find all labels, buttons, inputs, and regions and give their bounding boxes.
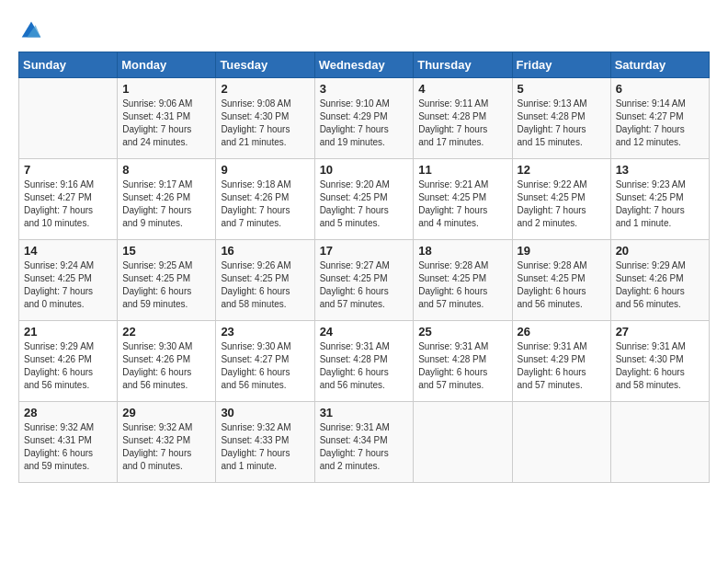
calendar-cell: 5Sunrise: 9:13 AM Sunset: 4:28 PM Daylig… — [512, 78, 610, 159]
day-number: 17 — [320, 244, 409, 258]
calendar-cell: 13Sunrise: 9:23 AM Sunset: 4:25 PM Dayli… — [610, 159, 709, 240]
day-info: Sunrise: 9:22 AM Sunset: 4:25 PM Dayligh… — [518, 178, 606, 230]
day-number: 16 — [221, 244, 309, 258]
day-info: Sunrise: 9:29 AM Sunset: 4:26 PM Dayligh… — [616, 259, 704, 311]
day-number: 22 — [122, 325, 210, 339]
calendar-cell: 18Sunrise: 9:28 AM Sunset: 4:25 PM Dayli… — [414, 240, 512, 321]
calendar-cell — [414, 402, 512, 483]
logo — [18, 17, 46, 42]
calendar-cell: 17Sunrise: 9:27 AM Sunset: 4:25 PM Dayli… — [314, 240, 414, 321]
day-number: 24 — [320, 325, 409, 339]
day-info: Sunrise: 9:13 AM Sunset: 4:28 PM Dayligh… — [518, 98, 606, 149]
calendar-cell: 28Sunrise: 9:32 AM Sunset: 4:31 PM Dayli… — [19, 402, 118, 483]
day-info: Sunrise: 9:20 AM Sunset: 4:25 PM Dayligh… — [320, 178, 409, 230]
weekday-monday: Monday — [118, 52, 216, 78]
calendar-cell: 22Sunrise: 9:30 AM Sunset: 4:26 PM Dayli… — [118, 321, 216, 402]
day-info: Sunrise: 9:14 AM Sunset: 4:27 PM Dayligh… — [616, 98, 704, 149]
calendar-cell: 8Sunrise: 9:17 AM Sunset: 4:26 PM Daylig… — [118, 159, 216, 240]
day-info: Sunrise: 9:24 AM Sunset: 4:25 PM Dayligh… — [24, 259, 112, 311]
day-number: 14 — [24, 244, 112, 258]
day-number: 19 — [518, 244, 606, 258]
day-number: 25 — [418, 325, 506, 339]
calendar-cell — [19, 78, 118, 159]
logo-icon — [18, 17, 44, 42]
weekday-friday: Friday — [512, 52, 610, 78]
day-info: Sunrise: 9:31 AM Sunset: 4:28 PM Dayligh… — [320, 340, 409, 392]
day-info: Sunrise: 9:11 AM Sunset: 4:28 PM Dayligh… — [418, 98, 506, 149]
day-info: Sunrise: 9:30 AM Sunset: 4:26 PM Dayligh… — [122, 340, 210, 392]
calendar-cell: 19Sunrise: 9:28 AM Sunset: 4:25 PM Dayli… — [512, 240, 610, 321]
day-number: 5 — [518, 82, 606, 96]
day-info: Sunrise: 9:28 AM Sunset: 4:25 PM Dayligh… — [418, 259, 506, 311]
calendar-cell: 6Sunrise: 9:14 AM Sunset: 4:27 PM Daylig… — [610, 78, 709, 159]
page: SundayMondayTuesdayWednesdayThursdayFrid… — [0, 0, 728, 563]
day-info: Sunrise: 9:06 AM Sunset: 4:31 PM Dayligh… — [122, 98, 210, 149]
calendar-cell — [512, 402, 610, 483]
week-row-2: 14Sunrise: 9:24 AM Sunset: 4:25 PM Dayli… — [19, 240, 710, 321]
calendar-cell: 15Sunrise: 9:25 AM Sunset: 4:25 PM Dayli… — [118, 240, 216, 321]
day-info: Sunrise: 9:26 AM Sunset: 4:25 PM Dayligh… — [221, 259, 309, 311]
calendar-cell: 11Sunrise: 9:21 AM Sunset: 4:25 PM Dayli… — [414, 159, 512, 240]
calendar-cell: 24Sunrise: 9:31 AM Sunset: 4:28 PM Dayli… — [314, 321, 414, 402]
day-number: 9 — [221, 163, 309, 177]
day-info: Sunrise: 9:31 AM Sunset: 4:34 PM Dayligh… — [320, 421, 409, 473]
calendar-cell: 16Sunrise: 9:26 AM Sunset: 4:25 PM Dayli… — [216, 240, 314, 321]
day-info: Sunrise: 9:27 AM Sunset: 4:25 PM Dayligh… — [320, 259, 409, 311]
calendar-table: SundayMondayTuesdayWednesdayThursdayFrid… — [18, 52, 710, 483]
day-number: 8 — [122, 163, 210, 177]
day-number: 1 — [122, 82, 210, 96]
day-info: Sunrise: 9:25 AM Sunset: 4:25 PM Dayligh… — [122, 259, 210, 311]
day-info: Sunrise: 9:17 AM Sunset: 4:26 PM Dayligh… — [122, 178, 210, 230]
day-info: Sunrise: 9:31 AM Sunset: 4:28 PM Dayligh… — [418, 340, 506, 392]
day-info: Sunrise: 9:30 AM Sunset: 4:27 PM Dayligh… — [221, 340, 309, 392]
day-number: 2 — [221, 82, 309, 96]
day-number: 12 — [518, 163, 606, 177]
day-info: Sunrise: 9:31 AM Sunset: 4:30 PM Dayligh… — [616, 340, 704, 392]
calendar-cell: 25Sunrise: 9:31 AM Sunset: 4:28 PM Dayli… — [414, 321, 512, 402]
day-number: 26 — [518, 325, 606, 339]
calendar-cell: 26Sunrise: 9:31 AM Sunset: 4:29 PM Dayli… — [512, 321, 610, 402]
calendar-cell: 31Sunrise: 9:31 AM Sunset: 4:34 PM Dayli… — [314, 402, 414, 483]
calendar-cell: 1Sunrise: 9:06 AM Sunset: 4:31 PM Daylig… — [118, 78, 216, 159]
week-row-4: 28Sunrise: 9:32 AM Sunset: 4:31 PM Dayli… — [19, 402, 710, 483]
calendar-cell: 7Sunrise: 9:16 AM Sunset: 4:27 PM Daylig… — [19, 159, 118, 240]
day-info: Sunrise: 9:23 AM Sunset: 4:25 PM Dayligh… — [616, 178, 704, 230]
day-number: 29 — [122, 406, 210, 419]
day-number: 4 — [418, 82, 506, 96]
weekday-sunday: Sunday — [19, 52, 118, 78]
day-info: Sunrise: 9:16 AM Sunset: 4:27 PM Dayligh… — [24, 178, 112, 230]
calendar-cell: 29Sunrise: 9:32 AM Sunset: 4:32 PM Dayli… — [118, 402, 216, 483]
calendar-cell: 4Sunrise: 9:11 AM Sunset: 4:28 PM Daylig… — [414, 78, 512, 159]
weekday-saturday: Saturday — [610, 52, 709, 78]
day-number: 31 — [320, 406, 409, 419]
weekday-header-row: SundayMondayTuesdayWednesdayThursdayFrid… — [19, 52, 710, 78]
day-info: Sunrise: 9:08 AM Sunset: 4:30 PM Dayligh… — [221, 98, 309, 149]
day-info: Sunrise: 9:21 AM Sunset: 4:25 PM Dayligh… — [418, 178, 506, 230]
day-number: 3 — [320, 82, 409, 96]
day-number: 30 — [221, 406, 309, 419]
calendar-cell: 2Sunrise: 9:08 AM Sunset: 4:30 PM Daylig… — [216, 78, 314, 159]
day-info: Sunrise: 9:10 AM Sunset: 4:29 PM Dayligh… — [320, 98, 409, 149]
day-number: 15 — [122, 244, 210, 258]
day-info: Sunrise: 9:18 AM Sunset: 4:26 PM Dayligh… — [221, 178, 309, 230]
day-number: 21 — [24, 325, 112, 339]
header — [18, 17, 710, 42]
day-info: Sunrise: 9:31 AM Sunset: 4:29 PM Dayligh… — [518, 340, 606, 392]
calendar-cell: 20Sunrise: 9:29 AM Sunset: 4:26 PM Dayli… — [610, 240, 709, 321]
day-info: Sunrise: 9:32 AM Sunset: 4:31 PM Dayligh… — [24, 421, 112, 473]
day-number: 28 — [24, 406, 112, 419]
day-number: 18 — [418, 244, 506, 258]
week-row-0: 1Sunrise: 9:06 AM Sunset: 4:31 PM Daylig… — [19, 78, 710, 159]
calendar-cell: 12Sunrise: 9:22 AM Sunset: 4:25 PM Dayli… — [512, 159, 610, 240]
day-number: 11 — [418, 163, 506, 177]
weekday-wednesday: Wednesday — [314, 52, 414, 78]
day-number: 7 — [24, 163, 112, 177]
calendar-cell: 3Sunrise: 9:10 AM Sunset: 4:29 PM Daylig… — [314, 78, 414, 159]
calendar-cell — [610, 402, 709, 483]
day-number: 23 — [221, 325, 309, 339]
calendar-cell: 9Sunrise: 9:18 AM Sunset: 4:26 PM Daylig… — [216, 159, 314, 240]
day-number: 20 — [616, 244, 704, 258]
day-number: 10 — [320, 163, 409, 177]
day-info: Sunrise: 9:29 AM Sunset: 4:26 PM Dayligh… — [24, 340, 112, 392]
week-row-1: 7Sunrise: 9:16 AM Sunset: 4:27 PM Daylig… — [19, 159, 710, 240]
